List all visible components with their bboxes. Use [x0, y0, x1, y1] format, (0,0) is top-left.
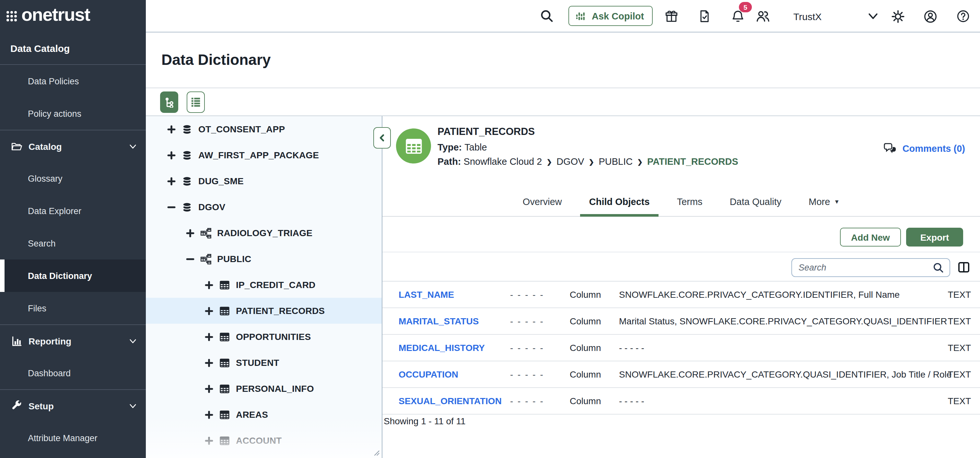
tree-item-aw-first-app-package[interactable]: AW_FIRST_APP_PACKAGE	[146, 142, 382, 168]
help-button[interactable]	[956, 0, 970, 32]
tree-item-areas[interactable]: AREAS	[146, 402, 382, 428]
breadcrumb: Path: Snowflake Cloud 2❯DGOV❯PUBLIC❯PATI…	[438, 156, 738, 167]
preview-cell: - - - - -	[510, 308, 544, 334]
table-row[interactable]: SEXUAL_ORIENTATION - - - - - Column - - …	[382, 388, 980, 415]
settings-gear-button[interactable]	[891, 0, 905, 32]
tasks-document-button[interactable]	[697, 0, 712, 32]
tree-item-dug-sme[interactable]: DUG_SME	[146, 168, 382, 194]
tab-more[interactable]: More▼	[808, 187, 840, 216]
sidebar-section-reporting[interactable]: Reporting	[0, 324, 146, 357]
schema-icon	[200, 227, 211, 238]
column-name-link[interactable]: OCCUPATION	[399, 361, 458, 387]
tree-item-public[interactable]: PUBLIC	[146, 246, 382, 272]
tab-data-quality[interactable]: Data Quality	[730, 187, 782, 216]
breadcrumb-item[interactable]: DGOV	[557, 156, 584, 167]
tree-item-ot-consent-app[interactable]: OT_CONSENT_APP	[146, 116, 382, 142]
sidebar-section-catalog[interactable]: Catalog	[0, 130, 146, 162]
breadcrumb-item-current: PATIENT_RECORDS	[647, 156, 738, 167]
tree-item-patient-records[interactable]: PATIENT_RECORDS	[146, 298, 382, 324]
users-icon[interactable]	[755, 0, 771, 32]
database-icon	[181, 176, 192, 187]
expand-plus-icon[interactable]	[205, 385, 213, 393]
sidebar: Data Catalog Data Policies Policy action…	[0, 32, 146, 458]
expand-plus-icon[interactable]	[205, 410, 213, 419]
comments-bubbles-icon	[884, 142, 897, 155]
tree-item-opportunities[interactable]: OPPORTUNITIES	[146, 324, 382, 349]
detail-panel: PATIENT_RECORDS Type: Table Path: Snowfl…	[382, 116, 980, 458]
profile-button[interactable]	[923, 0, 938, 32]
expand-plus-icon[interactable]	[205, 358, 213, 367]
database-icon	[181, 150, 192, 161]
sidebar-item-files[interactable]: Files	[0, 292, 146, 324]
tree-view-toggle-button[interactable]	[160, 91, 178, 113]
object-type-cell: Column	[570, 308, 601, 334]
table-row[interactable]: LAST_NAME - - - - - Column SNOWFLAKE.COR…	[382, 282, 980, 308]
copilot-icon	[576, 10, 587, 22]
sidebar-item-policy-actions[interactable]: Policy actions	[0, 97, 146, 130]
search-icon[interactable]	[933, 262, 944, 274]
table-search-box	[791, 258, 950, 277]
tree-item-personal-info[interactable]: PERSONAL_INFO	[146, 376, 382, 402]
account-name[interactable]: TrustX	[793, 0, 821, 32]
panel-resize-grip[interactable]	[373, 449, 380, 456]
tree-item-account[interactable]: ACCOUNT	[146, 428, 382, 453]
export-button[interactable]: Export	[906, 228, 963, 247]
comments-link[interactable]: Comments (0)	[884, 142, 965, 155]
bar-chart-icon	[11, 335, 23, 347]
child-objects-table: LAST_NAME - - - - - Column SNOWFLAKE.COR…	[382, 282, 980, 415]
column-picker-icon[interactable]	[957, 261, 970, 274]
table-row[interactable]: MARITAL_STATUS - - - - - Column Marital …	[382, 308, 980, 335]
expand-plus-icon[interactable]	[167, 177, 176, 185]
tree-view-icon	[164, 96, 175, 107]
add-new-button[interactable]: Add New	[840, 228, 901, 247]
page-title: Data Dictionary	[161, 51, 270, 69]
breadcrumb-item[interactable]: PUBLIC	[598, 156, 633, 167]
tree-item-ip-credit-card[interactable]: IP_CREDIT_CARD	[146, 272, 382, 298]
chevron-down-icon	[128, 401, 137, 410]
expand-plus-icon[interactable]	[205, 436, 213, 445]
expand-plus-icon[interactable]	[167, 151, 176, 159]
expand-plus-icon[interactable]	[205, 306, 213, 315]
expand-plus-icon[interactable]	[186, 229, 194, 237]
table-row[interactable]: OCCUPATION - - - - - Column SNOWFLAKE.CO…	[382, 361, 980, 388]
chevron-down-icon[interactable]	[867, 0, 880, 32]
object-title: PATIENT_RECORDS	[438, 126, 535, 137]
tab-child-objects[interactable]: Child Objects	[589, 187, 650, 216]
breadcrumb-item[interactable]: Snowflake Cloud 2	[464, 156, 542, 167]
list-view-toggle-button[interactable]	[187, 91, 205, 113]
collapse-tree-panel-button[interactable]	[373, 127, 391, 148]
whats-new-gift-button[interactable]	[664, 0, 679, 32]
sidebar-item-attribute-manager[interactable]: Attribute Manager	[0, 422, 146, 454]
search-input[interactable]	[792, 259, 950, 276]
tab-overview[interactable]: Overview	[523, 187, 562, 216]
top-bar: onetrust Ask Copilot 5 TrustX	[0, 0, 980, 32]
sidebar-title: Data Catalog	[0, 32, 146, 65]
column-name-link[interactable]: LAST_NAME	[399, 282, 454, 308]
ask-copilot-button[interactable]: Ask Copilot	[568, 6, 652, 26]
column-name-link[interactable]: MEDICAL_HISTORY	[399, 335, 485, 361]
sidebar-item-data-dictionary[interactable]: Data Dictionary	[0, 260, 146, 292]
sidebar-item-search[interactable]: Search	[0, 227, 146, 260]
tab-terms[interactable]: Terms	[677, 187, 703, 216]
chevron-down-icon	[128, 142, 137, 151]
sidebar-item-dashboard[interactable]: Dashboard	[0, 357, 146, 389]
tree-item-dgov[interactable]: DGOV	[146, 194, 382, 220]
sidebar-section-setup[interactable]: Setup	[0, 389, 146, 422]
sidebar-item-data-explorer[interactable]: Data Explorer	[0, 195, 146, 227]
column-name-link[interactable]: MARITAL_STATUS	[399, 308, 479, 334]
collapse-minus-icon[interactable]	[186, 255, 194, 263]
collapse-minus-icon[interactable]	[167, 203, 176, 211]
tree-item-radiology-triage[interactable]: RADIOLOGY_TRIAGE	[146, 220, 382, 246]
preview-cell: - - - - -	[510, 335, 544, 361]
sidebar-item-data-policies[interactable]: Data Policies	[0, 65, 146, 97]
tree-item-student[interactable]: STUDENT	[146, 349, 382, 376]
column-name-link[interactable]: SEXUAL_ORIENTATION	[399, 388, 502, 414]
table-row[interactable]: MEDICAL_HISTORY - - - - - Column - - - -…	[382, 335, 980, 361]
expand-plus-icon[interactable]	[205, 332, 213, 341]
expand-plus-icon[interactable]	[167, 125, 176, 133]
expand-plus-icon[interactable]	[205, 281, 213, 289]
description-cell: SNOWFLAKE.CORE.PRIVACY_CATEGORY.QUASI_ID…	[619, 361, 951, 387]
onetrust-logo[interactable]: onetrust	[0, 0, 146, 32]
global-search-button[interactable]	[540, 0, 554, 32]
sidebar-item-glossary[interactable]: Glossary	[0, 162, 146, 195]
